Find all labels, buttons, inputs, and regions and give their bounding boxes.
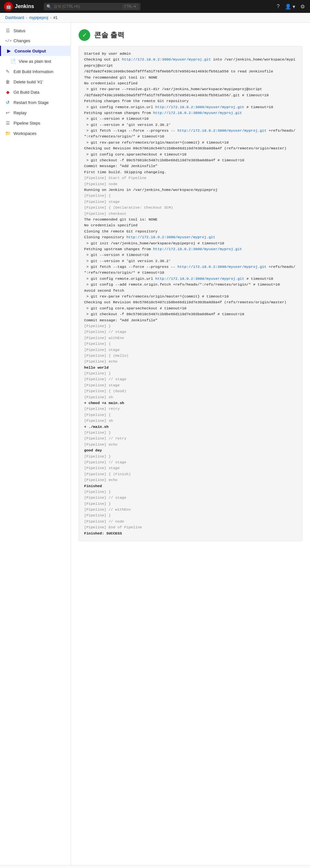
console-line: > git config --add remote.origin.fetch +…: [84, 282, 297, 287]
user-menu-button[interactable]: 👤 ▾: [284, 2, 297, 11]
console-line: > git rev-parse --resolve-git-dir /var/j…: [84, 86, 297, 92]
console-line: The recommended git tool is: NONE: [84, 75, 297, 81]
search-kbd: CTRL+K: [123, 4, 138, 9]
sidebar-item-delete-build[interactable]: 🗑 Delete build '#1': [0, 76, 71, 87]
sidebar-item-pipeline-steps[interactable]: ☰ Pipeline Steps: [0, 118, 71, 128]
console-line: [Pipeline] }: [84, 489, 297, 495]
console-line: + chmod +x main.sh: [84, 400, 297, 406]
console-line: No credentials specified: [84, 222, 297, 228]
plain-text-icon: 📄: [10, 59, 16, 64]
console-line: [Pipeline] sh: [84, 394, 297, 400]
sidebar-item-label: Restart from Stage: [13, 100, 49, 105]
console-line: [Pipeline] End of Pipeline: [84, 524, 297, 530]
console-link[interactable]: http://172.18.0.2:3000/myuser/myproj.git: [177, 265, 266, 269]
console-line: > git config remote.origin.url http://17…: [84, 276, 297, 282]
console-line: > git --version # timeout=10: [84, 116, 297, 122]
sidebar-item-workspaces[interactable]: 📁 Workspaces: [0, 128, 71, 138]
console-link[interactable]: http://172.18.0.2:3000/myuser/myproj.git: [155, 277, 244, 281]
console-line: > git config core.sparsecheckout # timeo…: [84, 152, 297, 157]
delete-icon: 🗑: [5, 79, 10, 84]
console-output: Started by user adminChecking out git ht…: [79, 46, 302, 541]
console-line: /02fda92f439c1696bc50a5f8fffa51f76f0ebbf…: [84, 69, 297, 74]
workspaces-icon: 📁: [5, 131, 10, 136]
sidebar: ☰ Status </> Changes ▶ Console Output 📄 …: [0, 23, 71, 865]
console-line: > git --version # timeout=10: [84, 252, 297, 258]
sidebar-item-label: Replay: [13, 111, 26, 115]
console-link[interactable]: http://172.18.0.2:3000/myuser/myproj.git: [126, 235, 215, 239]
sidebar-item-view-plain-text[interactable]: 📄 View as plain text: [0, 56, 71, 66]
console-line: Started by user admin: [84, 51, 297, 57]
console-line: [Pipeline] { (Declarative: Checkout SCM): [84, 205, 297, 211]
console-line: [Pipeline] withEnv: [84, 335, 297, 341]
console-link[interactable]: http://172.18.0.2:3000/myuser/myproj.git: [122, 57, 211, 61]
console-line: [Pipeline] echo: [84, 359, 297, 365]
sidebar-item-restart-from-stage[interactable]: ↺ Restart from Stage: [0, 97, 71, 107]
console-line: Fetching upstream changes from http://17…: [84, 110, 297, 116]
header: 🤖 Jenkins 🔍 CTRL+K ? 👤 ▾ ⚙: [0, 0, 310, 13]
console-link[interactable]: http://172.18.0.2:3000/myuser/myproj.git: [155, 105, 244, 109]
console-line: Commit message: "Add Jenkinsfile": [84, 163, 297, 169]
console-line: [Pipeline] }: [84, 323, 297, 329]
console-line: [Pipeline] { (Good): [84, 388, 297, 394]
console-line: [Pipeline] // withEnv: [84, 507, 297, 513]
console-line: Finished: [84, 483, 297, 489]
edit-icon: ✎: [5, 69, 10, 74]
page-title-area: ✓ 콘솔 출력: [79, 29, 302, 41]
sidebar-item-git-build-data[interactable]: ◆ Git Build Data: [0, 87, 71, 97]
git-icon: ◆: [5, 90, 10, 95]
console-line: [Pipeline] stage: [84, 382, 297, 388]
settings-button[interactable]: ⚙: [299, 2, 306, 11]
console-line: [Pipeline] {: [84, 193, 297, 199]
console-line: > git rev-parse refs/remotes/origin/mast…: [84, 140, 297, 146]
sidebar-item-label: Edit Build Information: [13, 69, 54, 74]
sidebar-item-label: Pipeline Steps: [13, 121, 40, 126]
console-line: Finished: SUCCESS: [84, 531, 297, 536]
console-icon: ▶: [6, 48, 11, 54]
sidebar-item-replay[interactable]: ↩ Replay: [0, 107, 71, 118]
sidebar-item-edit-build-info[interactable]: ✎ Edit Build Information: [0, 66, 71, 76]
console-line: [Pipeline] echo: [84, 477, 297, 483]
console-line: [Pipeline] Start of Pipeline: [84, 175, 297, 181]
console-line: Fetching changes from the remote Git rep…: [84, 98, 297, 104]
console-line: [Pipeline] echo: [84, 442, 297, 447]
sidebar-item-status[interactable]: ☰ Status: [0, 25, 71, 36]
console-line: + ./main.sh: [84, 424, 297, 430]
sidebar-item-console-output[interactable]: ▶ Console Output: [0, 46, 71, 56]
console-line: [Pipeline] }: [84, 371, 297, 376]
logo-text: Jenkins: [15, 4, 34, 9]
sidebar-item-label: Delete build '#1': [13, 80, 43, 84]
changes-icon: </>: [5, 39, 10, 43]
console-line: [Pipeline] stage: [84, 347, 297, 353]
breadcrumb-dashboard[interactable]: Dashboard: [5, 16, 24, 20]
console-link[interactable]: http://172.18.0.2:3000/myuser/myproj.git: [153, 111, 242, 115]
page-title: 콘솔 출력: [94, 30, 124, 40]
console-line: > git --version # 'git version 2.30.2': [84, 122, 297, 128]
console-link[interactable]: http://172.18.0.2:3000/myuser/myproj.git: [177, 128, 266, 133]
console-link[interactable]: http://172.18.0.2:3000/myuser/myproj.git: [153, 247, 242, 251]
console-line: > git config core.sparsecheckout # timeo…: [84, 306, 297, 311]
replay-icon: ↩: [5, 110, 10, 115]
sidebar-item-label: Workspaces: [13, 131, 36, 136]
console-line: [Pipeline] {: [84, 341, 297, 347]
pipeline-steps-icon: ☰: [5, 120, 10, 126]
search-bar[interactable]: 🔍 CTRL+K: [44, 3, 141, 10]
breadcrumb-sep-1: ›: [26, 16, 27, 20]
console-line: [Pipeline] sh: [84, 418, 297, 424]
search-input[interactable]: [54, 4, 121, 9]
page-title-icon: ✓: [79, 29, 90, 41]
console-line: > git config remote.origin.url http://17…: [84, 104, 297, 110]
console-line: Fetching upstream changes from http://17…: [84, 246, 297, 252]
sidebar-item-changes[interactable]: </> Changes: [0, 36, 71, 46]
console-line: Commit message: "Add Jenkinsfile": [84, 317, 297, 323]
header-actions: ? 👤 ▾ ⚙: [276, 2, 306, 11]
console-line: [Pipeline] }: [84, 454, 297, 459]
sidebar-item-label: Changes: [13, 38, 30, 43]
console-line: [Pipeline] }: [84, 513, 297, 518]
breadcrumb-mypipeproj[interactable]: mypipeproj: [29, 16, 48, 20]
breadcrumb-build: #1: [53, 16, 57, 20]
console-line: > git --version # 'git version 2.30.2': [84, 258, 297, 264]
console-line: [Pipeline] // retry: [84, 436, 297, 441]
help-button[interactable]: ?: [276, 2, 281, 11]
console-line: [Pipeline] }: [84, 430, 297, 436]
console-line: [Pipeline] }: [84, 501, 297, 507]
